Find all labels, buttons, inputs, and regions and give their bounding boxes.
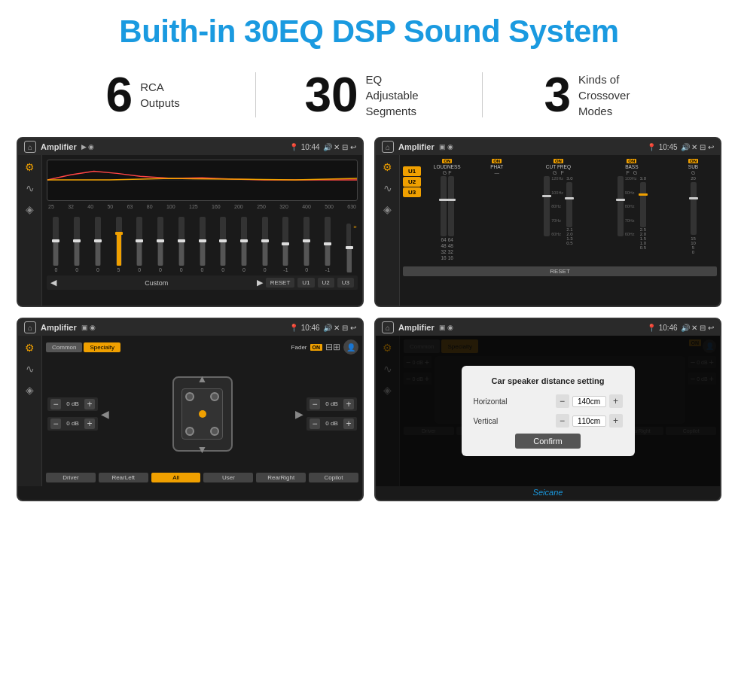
- dialog-overlay: Car speaker distance setting Horizontal …: [376, 336, 720, 486]
- eq-slider-8[interactable]: 0: [214, 217, 233, 272]
- eq-slider-5[interactable]: 0: [151, 217, 170, 272]
- dialog-box: Car speaker distance setting Horizontal …: [462, 366, 635, 456]
- speaker-side-icon[interactable]: ◈: [26, 203, 34, 215]
- speaker-side-icon-3[interactable]: ◈: [26, 384, 34, 396]
- db-plus-rl[interactable]: +: [84, 418, 95, 429]
- reset-btn-2[interactable]: RESET: [403, 266, 717, 276]
- copilot-btn[interactable]: Copilot: [309, 473, 358, 482]
- horizontal-plus-btn[interactable]: +: [609, 394, 623, 408]
- horizontal-label: Horizontal: [474, 397, 519, 406]
- app-title-4: Amplifier: [398, 323, 435, 332]
- horizontal-minus-btn[interactable]: −: [556, 394, 569, 408]
- right-db-controls: − 0 dB + − 0 dB +: [306, 397, 357, 431]
- eq-next-btn[interactable]: ▶: [257, 278, 263, 288]
- wave-side-icon-2[interactable]: ∿: [383, 182, 392, 194]
- home-icon-1[interactable]: [24, 141, 36, 153]
- u2-btn-1[interactable]: U2: [318, 278, 334, 288]
- car-down-arrow[interactable]: ▼: [197, 443, 208, 455]
- eq-side-icon[interactable]: ⚙: [25, 161, 35, 173]
- eq-slider-9[interactable]: 0: [235, 217, 254, 272]
- stat-crossover-number: 3: [544, 71, 572, 119]
- all-btn[interactable]: All: [151, 473, 201, 482]
- time-1: 10:44: [301, 143, 320, 151]
- db-minus-rl[interactable]: −: [50, 418, 61, 429]
- stat-crossover-label: Kinds of Crossover Modes: [578, 72, 646, 119]
- fader-user-btn[interactable]: 👤: [343, 339, 358, 355]
- eq-slider-4[interactable]: 0: [130, 217, 149, 272]
- status-bar-4: Amplifier ▣ ◉ 📍 10:46 🔊 ✕ ⊟ ↩: [376, 319, 720, 336]
- dialog-horizontal-row: Horizontal − 140cm +: [474, 394, 623, 408]
- specialty-tab[interactable]: Specialty: [84, 342, 120, 352]
- eq-slider-7[interactable]: 0: [193, 217, 212, 272]
- status-left-4: Amplifier ▣ ◉: [382, 321, 453, 333]
- eq-slider-10[interactable]: 0: [255, 217, 274, 272]
- rear-right-btn[interactable]: RearRight: [256, 473, 306, 482]
- driver-btn[interactable]: Driver: [46, 473, 96, 482]
- car-up-arrow[interactable]: ▲: [197, 373, 208, 385]
- home-icon-2[interactable]: [382, 141, 394, 153]
- stat-rca-label: RCA Outputs: [140, 79, 180, 111]
- car-left-arrow[interactable]: ◀: [101, 408, 109, 420]
- eq-slider-14[interactable]: »: [339, 224, 358, 272]
- u3-preset[interactable]: U3: [403, 187, 421, 197]
- screen-fader: Amplifier ▣ ◉ 📍 10:46 🔊 ✕ ⊟ ↩ ⚙ ∿ ◈: [17, 318, 364, 501]
- stat-crossover: 3 Kinds of Crossover Modes: [483, 71, 708, 119]
- eq-slider-6[interactable]: 0: [172, 217, 191, 272]
- status-center-3: 📍 10:46 🔊 ✕ ⊟ ↩: [289, 324, 356, 332]
- user-btn[interactable]: User: [203, 473, 253, 482]
- vertical-minus-btn[interactable]: −: [556, 414, 569, 428]
- eq-side-icon-2[interactable]: ⚙: [383, 161, 392, 173]
- eq-slider-0[interactable]: 0: [47, 217, 66, 272]
- vertical-plus-btn[interactable]: +: [609, 414, 623, 428]
- location-icon-1: 📍: [289, 143, 298, 151]
- confirm-button[interactable]: Confirm: [515, 434, 581, 449]
- phat-on: ON: [492, 159, 502, 163]
- eq-slider-13[interactable]: -1: [319, 217, 337, 272]
- eq-prev-btn[interactable]: ◀: [50, 278, 56, 288]
- db-plus-rr[interactable]: +: [343, 418, 354, 429]
- icons-4a: ▣ ◉: [439, 324, 454, 331]
- u2-preset[interactable]: U2: [403, 177, 421, 187]
- wave-side-icon[interactable]: ∿: [26, 182, 35, 194]
- horizontal-value: 140cm: [572, 396, 606, 407]
- eq-side-icon-3[interactable]: ⚙: [25, 342, 35, 354]
- db-plus-fl[interactable]: +: [84, 399, 95, 409]
- screen-dialog: Amplifier ▣ ◉ 📍 10:46 🔊 ✕ ⊟ ↩ ⚙ ∿ ◈: [374, 318, 721, 501]
- eq-mode-label: Custom: [59, 279, 254, 287]
- rear-left-btn[interactable]: RearLeft: [99, 473, 148, 482]
- time-2: 10:45: [659, 143, 678, 151]
- vertical-input: − 110cm +: [556, 414, 623, 428]
- eq-slider-11[interactable]: -1: [276, 217, 295, 272]
- speaker-side-icon-2[interactable]: ◈: [383, 203, 392, 215]
- home-icon-4[interactable]: [382, 321, 394, 333]
- u1-btn-1[interactable]: U1: [297, 278, 314, 288]
- db-control-rl: − 0 dB +: [47, 417, 98, 431]
- u3-btn-1[interactable]: U3: [337, 278, 354, 288]
- screen-content-4: ⚙ ∿ ◈ Common Specialty ON 👤: [376, 336, 720, 486]
- reset-btn-1[interactable]: RESET: [266, 278, 295, 288]
- wave-side-icon-3[interactable]: ∿: [26, 363, 35, 375]
- u1-preset[interactable]: U1: [403, 166, 421, 176]
- stat-eq-label: EQ Adjustable Segments: [366, 72, 434, 119]
- db-plus-fr[interactable]: +: [343, 399, 354, 409]
- status-left-3: Amplifier ▣ ◉: [24, 321, 96, 333]
- screen-content-1: ⚙ ∿ ◈ 25 32 40: [18, 155, 362, 306]
- eq-slider-12[interactable]: 0: [297, 217, 316, 272]
- db-minus-fl[interactable]: −: [50, 399, 61, 409]
- eq-slider-2[interactable]: 0: [88, 217, 107, 272]
- car-right-arrow[interactable]: ▶: [295, 408, 303, 420]
- eq-slider-3[interactable]: 5: [109, 217, 128, 272]
- side-icons-3: ⚙ ∿ ◈: [18, 336, 42, 486]
- status-center-1: 📍 10:44 🔊 ✕ ⊟ ↩: [289, 143, 356, 151]
- fader-grid: − 0 dB + − 0 dB +: [46, 357, 358, 470]
- db-minus-rr[interactable]: −: [310, 418, 320, 429]
- home-icon-3[interactable]: [24, 321, 36, 333]
- common-tab[interactable]: Common: [46, 342, 82, 352]
- side-icons-1: ⚙ ∿ ◈: [18, 155, 42, 306]
- app-title-1: Amplifier: [41, 142, 77, 151]
- eq-slider-1[interactable]: 0: [68, 217, 87, 272]
- db-minus-fr[interactable]: −: [310, 399, 320, 409]
- status-center-4: 📍 10:46 🔊 ✕ ⊟ ↩: [647, 324, 714, 332]
- db-value-rr: 0 dB: [322, 420, 341, 427]
- vertical-label: Vertical: [474, 417, 519, 425]
